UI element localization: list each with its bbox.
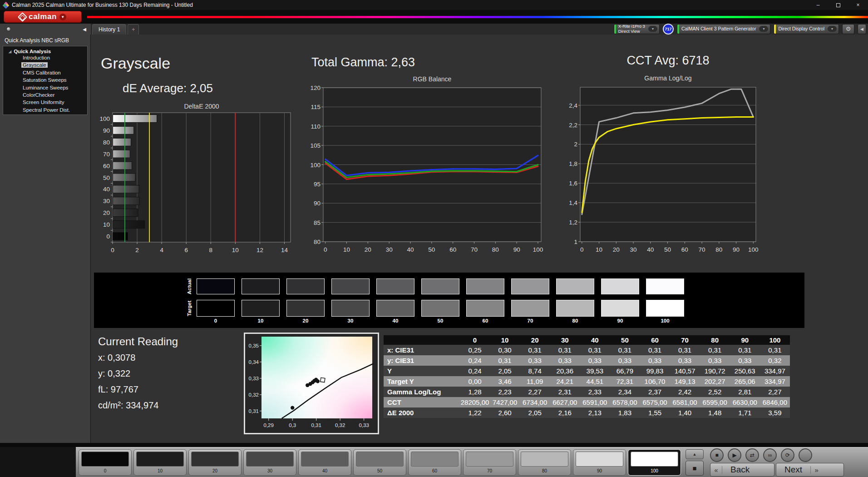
sidebar-item-spectral-power-dist[interactable]: Spectral Power Dist. [3,106,87,114]
sidebar-item-introduction[interactable]: Introduction [3,54,87,61]
workflow-title: Quick Analysis NBC sRGB [0,35,90,46]
patch-label: 40 [299,468,351,473]
svg-text:60: 60 [103,163,110,169]
tab-add-button[interactable]: + [128,24,139,35]
chevron-down-icon[interactable]: ▼ [828,26,837,32]
sidebar-item-colorchecker[interactable]: ColorChecker [3,91,87,99]
pattern-patch-button-70[interactable]: 70 [463,449,516,476]
reading-fl: fL: 97,767 [98,384,178,395]
pattern-patch-button-30[interactable]: 30 [243,449,296,476]
svg-text:0: 0 [111,247,114,253]
next-chevron-icon: » [810,466,822,474]
svg-text:20: 20 [365,246,371,253]
panel-expand-button[interactable]: ▲ [686,449,704,459]
target-row-label: Target [187,300,194,317]
minimize-button[interactable]: – [808,0,828,10]
extra-button[interactable] [799,448,812,462]
table-cell: 250,63 [730,366,760,376]
svg-text:1,4: 1,4 [569,199,577,206]
svg-text:60: 60 [681,246,688,253]
tree-root-quick-analysis[interactable]: ◢ Quick Analysis [3,49,87,54]
main-row: Quick Analysis NBC sRGB ◢ Quick Analysis… [0,35,868,443]
pattern-control-panel: 0102030405060708090100 ▲ ■ ■▶⇄∞⟳ « Back … [76,447,868,477]
table-col-70: 70 [670,335,700,345]
svg-text:100: 100 [748,246,759,253]
table-cell: 2,16 [550,407,580,418]
settings-button[interactable]: ⚙ [842,24,854,34]
meter-display-control-button[interactable]: Direct Display Control ▼ [774,24,839,34]
table-cell: 20,36 [550,366,580,376]
tab-history-1[interactable]: History 1 [92,24,126,35]
sidebar-item-cms-calibration[interactable]: CMS Calibration [3,69,87,76]
table-col-30: 30 [550,335,580,345]
pattern-patch-button-20[interactable]: 20 [188,449,242,476]
sidebar-item-luminance-sweeps[interactable]: Luminance Sweeps [3,84,87,91]
table-row-y: Y0,242,058,7420,3639,5366,7999,83140,571… [384,366,790,376]
table-cell: 1,40 [670,407,700,418]
svg-text:10: 10 [343,246,350,253]
pattern-patch-button-100[interactable]: 100 [628,449,681,476]
pattern-patch-button-90[interactable]: 90 [573,449,626,476]
table-cell: 0,24 [460,366,490,376]
cie-chromaticity-chart: 0,310,320,330,340,350,290,30,310,320,33 [244,333,379,434]
svg-text:30: 30 [103,198,110,204]
brand-dropdown-icon: ▼ [59,14,66,20]
row-label: Target Y [384,376,460,387]
loop-button[interactable]: ⟳ [781,448,794,462]
svg-text:110: 110 [311,123,321,130]
actual-swatch-70 [511,278,549,294]
meterbar-collapse-button[interactable]: ◀ [858,24,866,34]
table-cell: 0,00 [460,376,490,387]
svg-text:90: 90 [733,246,740,253]
table-header-row: 0102030405060708090100 [384,335,790,345]
table-cell: 2,33 [580,387,610,397]
pattern-patch-button-80[interactable]: 80 [518,449,571,476]
meter-pattern-generator-button[interactable]: CalMAN Client 3 Pattern Generator ▼ [677,24,771,34]
table-cell: 0,31 [580,345,610,355]
back-button[interactable]: « Back [710,463,774,477]
title-bar: Calman 2025 Calman Ultimate for Business… [0,0,868,10]
pattern-patch-button-50[interactable]: 50 [353,449,406,476]
chevron-down-icon[interactable]: ▼ [648,26,657,32]
pattern-patch-button-40[interactable]: 40 [298,449,351,476]
chevron-down-icon[interactable]: ▼ [759,26,768,32]
sidebar-item-screen-uniformity[interactable]: Screen Uniformity [3,99,87,106]
table-cell: 0,33 [730,355,760,366]
sidebar-item-grayscale[interactable]: Grayscale [3,61,87,69]
sidebar-item-saturation-sweeps[interactable]: Saturation Sweeps [3,76,87,84]
calman-menu-button[interactable]: calman ▼ [4,11,82,23]
table-row-x-cie31: x: CIE310,250,300,310,310,310,310,310,31… [384,345,790,355]
step-button[interactable]: ⇄ [745,448,759,462]
target-swatch-10 [242,300,280,317]
svg-text:10: 10 [232,247,239,253]
svg-text:90: 90 [103,127,110,134]
table-cell: 2,42 [670,387,700,397]
svg-text:0,35: 0,35 [249,343,259,348]
table-cell: 7427,00 [490,397,520,407]
swatch-level-labels: 0102030405060708090100 [197,318,684,323]
next-button[interactable]: Next » [776,463,844,477]
exposure-badge[interactable]: 717 [663,24,674,35]
close-button[interactable]: × [848,0,868,10]
meter-device-button[interactable]: X-Rite i1Pro 3Direct View ▼ [614,24,660,34]
pattern-patch-button-10[interactable]: 10 [133,449,187,476]
stop-button[interactable]: ■ [710,448,724,462]
workflow-tree: ◢ Quick Analysis IntroductionGrayscaleCM… [3,46,88,115]
table-cell: 6595,00 [700,397,730,407]
table-cell: 0,33 [580,355,610,366]
infinity-button[interactable]: ∞ [763,448,777,462]
table-cell: 0,31 [730,345,760,355]
svg-text:1,8: 1,8 [569,160,577,167]
table-cell: 2,27 [520,387,550,397]
table-cell: 44,51 [580,376,610,387]
sidebar-collapse-button[interactable]: ◀ [83,27,86,32]
pattern-patch-button-0[interactable]: 0 [79,449,132,476]
play-button[interactable]: ▶ [728,448,741,462]
maximize-button[interactable] [828,0,848,10]
window-icon: ■ [692,464,696,472]
table-cell: 3,46 [490,376,520,387]
table-col-90: 90 [730,335,760,345]
table-cell: 2,34 [610,387,640,397]
pattern-patch-button-60[interactable]: 60 [408,449,461,476]
pattern-window-button[interactable]: ■ [686,461,704,476]
